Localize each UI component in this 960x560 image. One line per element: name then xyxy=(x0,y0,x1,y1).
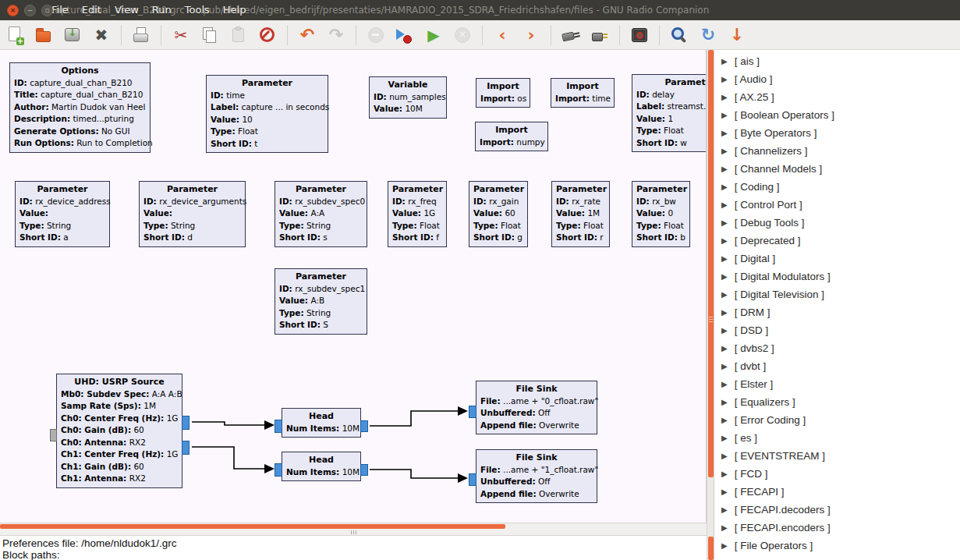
expand-arrow-icon[interactable]: ▶ xyxy=(721,416,728,424)
category-booleanoperators[interactable]: ▶[ Boolean Operators ] xyxy=(714,106,960,124)
canvas-hscrollbar[interactable] xyxy=(0,523,707,530)
new-file-icon[interactable] xyxy=(4,24,26,46)
menu-edit[interactable]: Edit xyxy=(82,4,101,16)
head-0-left-port[interactable] xyxy=(275,420,282,433)
expand-arrow-icon[interactable]: ▶ xyxy=(721,362,728,370)
category-drm[interactable]: ▶[ DRM ] xyxy=(714,303,960,321)
category-fcd[interactable]: ▶[ FCD ] xyxy=(714,465,960,483)
usrp-out1-to-head1[interactable] xyxy=(192,447,275,473)
plug-cable-icon[interactable] xyxy=(560,24,582,46)
head-1-left-port[interactable] xyxy=(275,463,282,477)
parser-errors-down-arrow-icon[interactable]: ↓ xyxy=(726,24,748,46)
screenshot-icon[interactable] xyxy=(629,24,650,46)
uhd-usrp-source-left-port[interactable] xyxy=(50,429,57,441)
redo-icon[interactable]: ↷ xyxy=(325,24,347,46)
file-sink-0-left-port[interactable] xyxy=(469,406,476,418)
category-ax.25[interactable]: ▶[ AX.25 ] xyxy=(714,88,960,106)
sidebar-scrollbar[interactable] xyxy=(707,50,714,560)
category-dvbs2[interactable]: ▶[ dvbs2 ] xyxy=(714,339,960,357)
parameter-delay[interactable]: ParameterID: delayLabel: streamst...Valu… xyxy=(632,74,707,152)
category-channelmodels[interactable]: ▶[ Channel Models ] xyxy=(714,160,960,178)
category-fecapi[interactable]: ▶[ FECAPI ] xyxy=(714,483,960,501)
expand-arrow-icon[interactable]: ▶ xyxy=(721,183,728,191)
expand-arrow-icon[interactable]: ▶ xyxy=(721,487,728,496)
menu-run[interactable]: Run xyxy=(152,4,172,16)
menu-tools[interactable]: Tools xyxy=(185,4,210,16)
reload-icon[interactable]: ↻ xyxy=(697,24,719,46)
parameter-rx-subdev-spec1[interactable]: ParameterID: rx_subdev_spec1Value: A:BTy… xyxy=(275,268,367,335)
uhd-usrp-source-right-port[interactable] xyxy=(182,416,190,430)
options-block[interactable]: OptionsID: capture_dual_chan_B210Title: … xyxy=(9,62,151,153)
category-digitaltelevision[interactable]: ▶[ Digital Television ] xyxy=(714,285,960,303)
window-minimize-icon[interactable]: − xyxy=(24,5,36,16)
menu-file[interactable]: File xyxy=(51,4,69,16)
cut-icon[interactable]: ✂ xyxy=(170,24,192,46)
expand-arrow-icon[interactable]: ▶ xyxy=(721,452,728,460)
parameter-rx-bw[interactable]: ParameterID: rx_bwValue: 0Type: FloatSho… xyxy=(632,181,690,247)
parameter-rx-gain[interactable]: ParameterID: rx_gainValue: 60Type: Float… xyxy=(469,181,528,247)
console-scrollbar-thumb[interactable] xyxy=(708,537,714,560)
expand-arrow-icon[interactable]: ▶ xyxy=(721,272,728,281)
category-dvbt[interactable]: ▶[ dvbt ] xyxy=(714,357,960,375)
category-deprecated[interactable]: ▶[ Deprecated ] xyxy=(714,232,960,250)
search-icon[interactable] xyxy=(668,24,690,46)
category-debugtools[interactable]: ▶[ Debug Tools ] xyxy=(714,214,960,232)
execute-flowgraph-icon[interactable]: ▶ xyxy=(423,24,445,46)
expand-arrow-icon[interactable]: ▶ xyxy=(721,93,728,101)
head0-to-filesink0[interactable] xyxy=(370,406,468,426)
kill-flowgraph-icon[interactable] xyxy=(452,24,473,46)
expand-arrow-icon[interactable]: ▶ xyxy=(721,326,728,335)
expand-arrow-icon[interactable]: ▶ xyxy=(721,111,728,119)
close-file-icon[interactable]: ✖ xyxy=(90,24,112,46)
expand-arrow-icon[interactable]: ▶ xyxy=(721,398,728,406)
expand-arrow-icon[interactable]: ▶ xyxy=(721,344,728,353)
category-channelizers[interactable]: ▶[ Channelizers ] xyxy=(714,142,960,160)
parameter-time[interactable]: ParameterID: timeLabel: capture ... in s… xyxy=(206,75,328,153)
category-errorcoding[interactable]: ▶[ Error Coding ] xyxy=(714,411,960,429)
expand-arrow-icon[interactable]: ▶ xyxy=(721,308,728,317)
expand-arrow-icon[interactable]: ▶ xyxy=(721,290,728,299)
category-digitalmodulators[interactable]: ▶[ Digital Modulators ] xyxy=(714,268,960,285)
category-dsd[interactable]: ▶[ DSD ] xyxy=(714,321,960,339)
generate-flowgraph-icon[interactable] xyxy=(394,24,416,46)
category-elster[interactable]: ▶[ Elster ] xyxy=(714,375,960,393)
paste-icon[interactable] xyxy=(228,24,250,46)
expand-arrow-icon[interactable]: ▶ xyxy=(721,200,728,209)
head-1-right-port[interactable] xyxy=(360,464,368,476)
category-coding[interactable]: ▶[ Coding ] xyxy=(714,178,960,196)
category-fileoperators[interactable]: ▶[ File Operators ] xyxy=(714,537,960,555)
expand-arrow-icon[interactable]: ▶ xyxy=(721,505,728,514)
head-0-right-port[interactable] xyxy=(360,420,368,432)
category-equalizers[interactable]: ▶[ Equalizers ] xyxy=(714,393,960,411)
uhd-usrp-source[interactable]: UHD: USRP SourceMb0: Subdev Spec: A:A A:… xyxy=(56,374,182,488)
head-1[interactable]: HeadNum Items: 10M xyxy=(282,452,361,481)
category-ais[interactable]: ▶[ ais ] xyxy=(714,52,960,70)
category-digital[interactable]: ▶[ Digital ] xyxy=(714,250,960,268)
parameter-rx-subdev-spec0[interactable]: ParameterID: rx_subdev_spec0Value: A:ATy… xyxy=(275,181,367,247)
expand-arrow-icon[interactable]: ▶ xyxy=(721,434,728,442)
menu-help[interactable]: Help xyxy=(223,4,246,16)
expand-arrow-icon[interactable]: ▶ xyxy=(721,254,728,263)
copy-icon[interactable] xyxy=(199,24,221,46)
file-sink-1-left-port[interactable] xyxy=(469,473,476,486)
parameter-rx-device-arguments[interactable]: ParameterID: rx_device_argumentsValue: T… xyxy=(139,181,246,247)
canvas-console-splitter[interactable] xyxy=(0,530,707,535)
category-fecapi.decoders[interactable]: ▶[ FECAPI.decoders ] xyxy=(714,501,960,519)
sidebar-scrollbar-thumb[interactable] xyxy=(708,50,714,477)
expand-arrow-icon[interactable]: ▶ xyxy=(721,147,728,155)
variable-num-samples[interactable]: VariableID: num_samplesValue: 10M xyxy=(369,76,447,119)
head-0[interactable]: HeadNum Items: 10M xyxy=(282,408,361,438)
file-sink-1[interactable]: File SinkFile: ...ame + "1_cfloat.raw"Un… xyxy=(476,449,597,503)
delete-icon[interactable] xyxy=(257,24,278,46)
head1-to-filesink1[interactable] xyxy=(370,470,468,483)
print-icon[interactable] xyxy=(130,24,152,46)
menu-view[interactable]: View xyxy=(115,4,139,16)
canvas-hscrollbar-thumb[interactable] xyxy=(0,524,505,529)
window-close-icon[interactable]: × xyxy=(7,5,19,16)
expand-arrow-icon[interactable]: ▶ xyxy=(721,380,728,388)
expand-arrow-icon[interactable]: ▶ xyxy=(721,165,728,173)
import-time[interactable]: ImportImport: time xyxy=(551,78,615,108)
import-os[interactable]: ImportImport: os xyxy=(476,78,530,108)
open-file-icon[interactable] xyxy=(33,24,55,46)
flowgraph-canvas[interactable]: OptionsID: capture_dual_chan_B210Title: … xyxy=(0,50,707,523)
